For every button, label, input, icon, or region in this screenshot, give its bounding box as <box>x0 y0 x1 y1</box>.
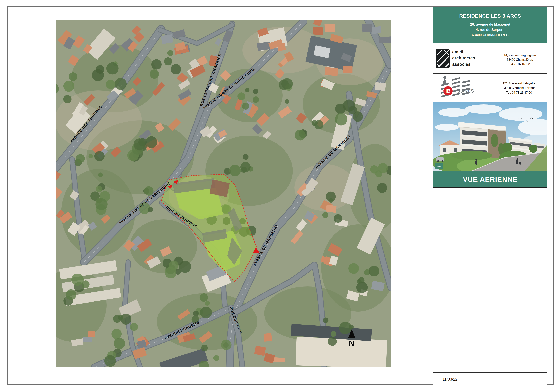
aerial-map: N AVENUE DES THERMESRUE EMMANUEL CHABRIE… <box>56 20 391 367</box>
builder-block: IB 3 ARCS 171 Boulevard Lafayette 63000 … <box>433 74 547 102</box>
builder-logo-label: 3 ARCS <box>458 88 474 93</box>
project-address-line: 63400 CHAMALIERES <box>433 32 547 37</box>
project-address-line: 4, rue du Serpent <box>433 27 547 32</box>
page-top-rule <box>0 0 555 0</box>
date-row: 11/03/22 <box>433 372 547 385</box>
view-title-bar: VUE AERIENNE <box>433 171 547 187</box>
architect-name-line: ameil <box>452 49 475 55</box>
project-address-line: 26, avenue de Massenet <box>433 22 547 27</box>
builder-address: 171 Boulevard Lafayette 63000 Clermont-F… <box>495 81 543 95</box>
architect-name-line: architectes <box>452 55 475 61</box>
page-left-rule <box>0 0 0 392</box>
aerial-map-canvas: N AVENUE DES THERMESRUE EMMANUEL CHABRIE… <box>56 20 391 367</box>
rendering-watermark-text: Ameil <box>436 165 441 167</box>
sheet-date: 11/03/22 <box>443 377 457 382</box>
builder-address-line: 63000 Clermont-Ferrand <box>495 86 543 90</box>
builder-logo-initials: IB <box>446 88 451 93</box>
north-arrow-label: N <box>349 339 355 348</box>
project-title: RESIDENCE LES 3 ARCS <box>433 7 547 19</box>
page-bottom-rule <box>0 391 555 391</box>
view-title: VUE AERIENNE <box>433 171 547 187</box>
architect-name-line: associés <box>452 61 475 67</box>
builder-logo-icon: IB 3 ARCS <box>441 75 477 99</box>
project-rendering: Ameil <box>433 102 547 171</box>
page-right-rule <box>554 0 554 392</box>
architect-address-line: 63400 Chamalières <box>496 57 543 62</box>
rendering-watermark: Ameil <box>435 164 443 169</box>
title-block: RESIDENCE LES 3 ARCS 26, avenue de Masse… <box>433 7 547 385</box>
architect-block: ameil architectes associés 14, avenue Be… <box>433 43 547 74</box>
project-address: 26, avenue de Massenet 4, rue du Serpent… <box>433 22 547 37</box>
architect-address: 14, avenue Bergougnan 63400 Chamalières … <box>496 53 543 66</box>
project-header: RESIDENCE LES 3 ARCS 26, avenue de Masse… <box>433 7 547 43</box>
rendering-image: Ameil <box>433 102 547 171</box>
architect-phone: 04 73 37 07 52 <box>496 62 543 66</box>
builder-phone: Tél: 04 73 28 37 00 <box>495 90 543 95</box>
builder-address-line: 171 Boulevard Lafayette <box>495 81 543 86</box>
architect-logo-icon <box>436 49 450 68</box>
architect-address-line: 14, avenue Bergougnan <box>496 53 543 57</box>
architect-name: ameil architectes associés <box>452 49 475 67</box>
drawing-sheet: { "colors": { "accent_green": "#3d8471",… <box>0 0 555 392</box>
